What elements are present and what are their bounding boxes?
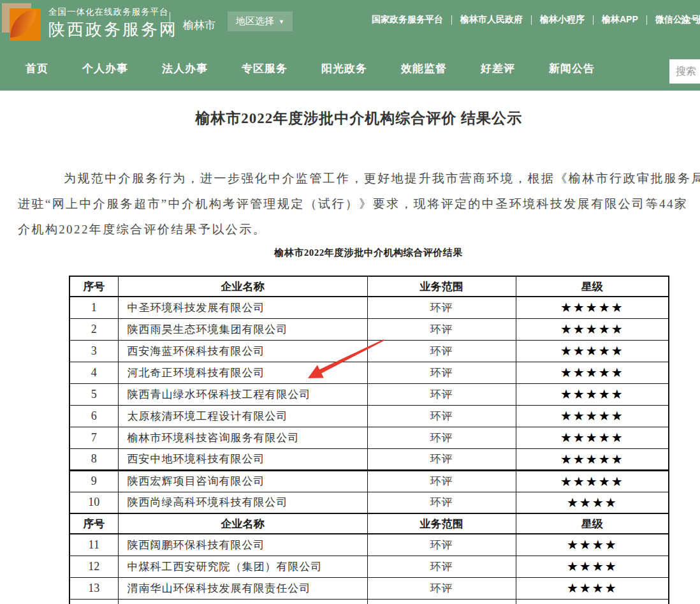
- cell-stars: ★★★★★: [516, 318, 669, 340]
- nav-item-4[interactable]: 阳光政务: [321, 61, 367, 76]
- cell-no: 6: [69, 405, 118, 427]
- cell-no: 9: [69, 470, 118, 492]
- cell-name: 中圣环境科技发展有限公司: [118, 297, 367, 318]
- site-title: 陕西政务服务网: [48, 18, 178, 41]
- evaluation-results-table: 序号企业名称业务范围星级1中圣环境科技发展有限公司环评★★★★★2陕西雨昊生态环…: [69, 276, 669, 604]
- cell-scope: [367, 599, 516, 604]
- cell-no: 2: [69, 318, 118, 340]
- table-row: 9陕西宏辉项目咨询有限公司环评★★★★★: [69, 470, 669, 492]
- region-selector-button[interactable]: 地区选择 ▼: [228, 11, 293, 31]
- announcement-paragraph: 为规范中介服务行为，进一步强化中介监管工作，更好地提升我市营商环境，根据《榆林市…: [18, 166, 700, 242]
- cell-scope: 环评: [367, 405, 516, 427]
- header-link-0[interactable]: 国家政务服务平台: [363, 14, 451, 26]
- cell-scope: 环评: [367, 470, 516, 492]
- header-link-3[interactable]: 榆林APP: [594, 14, 646, 26]
- region-selector-label: 地区选择: [236, 15, 274, 27]
- cell-name: 陕西尚绿高科环境科技有限公司: [118, 492, 367, 513]
- cell-stars: ★★★★★: [516, 470, 669, 492]
- column-header: 业务范围: [367, 513, 516, 534]
- cell-stars: ★★★★: [516, 556, 669, 577]
- nav-item-7[interactable]: 新闻公告: [549, 61, 595, 76]
- search-input[interactable]: [669, 59, 700, 84]
- site-header: 全国一体化在线政务服务平台 陕西政务服务网 榆林市 地区选择 ▼ 国家政务服务平…: [0, 0, 700, 91]
- cell-name: 西安海蓝环保科技有限公司: [118, 340, 367, 362]
- nav-item-1[interactable]: 个人办事: [82, 61, 128, 76]
- site-logo[interactable]: [2, 3, 41, 41]
- nav-item-0[interactable]: 首页: [26, 61, 48, 76]
- cell-no: [69, 599, 118, 604]
- cell-no: 12: [69, 556, 118, 577]
- table-row: 6太原核清环境工程设计有限公司环评★★★★★: [69, 405, 669, 427]
- nav-item-2[interactable]: 法人办事: [162, 61, 208, 76]
- header-link-1[interactable]: 榆林市人民政府: [452, 14, 531, 26]
- cell-stars: ★★★★: [516, 534, 669, 556]
- table-row: [69, 599, 669, 604]
- header-link-2[interactable]: 榆林小程序: [532, 14, 593, 26]
- cell-no: 1: [69, 297, 118, 318]
- cell-name: 太原核清环境工程设计有限公司: [118, 405, 367, 427]
- column-header: 星级: [516, 513, 669, 534]
- table-row: 8西安中地环境科技有限公司环评★★★★★: [69, 448, 669, 470]
- current-city-label: 榆林市: [183, 18, 215, 33]
- table-header-row: 序号企业名称业务范围星级: [69, 276, 669, 297]
- page-title: 榆林市2022年度涉批中介机构综合评价 结果公示: [0, 108, 700, 128]
- page: { "topbar": { "platform_label": "全国一体化在线…: [0, 0, 700, 604]
- cell-stars: ★★★★★: [516, 297, 669, 318]
- column-header: 序号: [69, 513, 118, 534]
- column-header: 企业名称: [118, 513, 367, 534]
- table-row: 2陕西雨昊生态环境集团有限公司环评★★★★★: [69, 318, 669, 340]
- cell-stars: ★★★★★: [516, 427, 669, 448]
- header-quick-links: 国家政务服务平台榆林市人民政府榆林小程序榆林APP微信公众号: [363, 14, 700, 26]
- nav-item-5[interactable]: 效能监督: [401, 61, 447, 76]
- cell-scope: 环评: [367, 492, 516, 513]
- cell-stars: ★★★★★: [516, 405, 669, 427]
- cell-scope: 环评: [367, 318, 516, 340]
- table-row: 4河北奇正环境科技有限公司环评★★★★★: [69, 362, 669, 383]
- results-tbody: 序号企业名称业务范围星级1中圣环境科技发展有限公司环评★★★★★2陕西雨昊生态环…: [69, 276, 669, 604]
- cell-no: 4: [69, 362, 118, 383]
- table-row: 11陕西阔鹏环保科技有限公司环评★★★★: [69, 534, 669, 556]
- cell-name: 中煤科工西安研究院（集团）有限公司: [118, 556, 367, 577]
- platform-label: 全国一体化在线政务服务平台: [48, 6, 169, 18]
- nav-item-6[interactable]: 好差评: [481, 61, 515, 76]
- cell-no: 11: [69, 534, 118, 556]
- table-row: 5陕西青山绿水环保科技工程有限公司环评★★★★★: [69, 383, 669, 405]
- table-caption: 榆林市2022年度涉批中介机构综合评价结果: [0, 247, 700, 259]
- cell-name: 陕西青山绿水环保科技工程有限公司: [118, 383, 367, 405]
- cell-no: 13: [69, 577, 118, 599]
- main-nav: 首页个人办事法人办事专区服务阳光政务效能监督好差评新闻公告: [26, 46, 595, 91]
- cell-no: 5: [69, 383, 118, 405]
- cell-scope: 环评: [367, 362, 516, 383]
- cell-scope: 环评: [367, 340, 516, 362]
- cell-name: 陕西阔鹏环保科技有限公司: [118, 534, 367, 556]
- nav-item-3[interactable]: 专区服务: [242, 61, 288, 76]
- cell-scope: 环评: [367, 427, 516, 448]
- cell-stars: ★★★★★: [516, 340, 669, 362]
- column-header: 业务范围: [367, 276, 516, 297]
- cell-stars: ★★★★: [516, 492, 669, 513]
- cell-name: 河北奇正环境科技有限公司: [118, 362, 367, 383]
- cell-stars: ★★★★: [516, 577, 669, 599]
- table-header-row: 序号企业名称业务范围星级: [69, 513, 669, 534]
- cell-scope: 环评: [367, 577, 516, 599]
- table-row: 12中煤科工西安研究院（集团）有限公司环评★★★★: [69, 556, 669, 577]
- cell-name: 西安中地环境科技有限公司: [118, 448, 367, 470]
- register-link[interactable]: 注册: [681, 14, 700, 26]
- cell-name: 陕西雨昊生态环境集团有限公司: [118, 318, 367, 340]
- chevron-down-icon: ▼: [279, 18, 284, 25]
- table-row: 10陕西尚绿高科环境科技有限公司环评★★★★: [69, 492, 669, 513]
- cell-stars: ★★★★★: [516, 448, 669, 470]
- column-header: 序号: [69, 276, 118, 297]
- announcement-document: 榆林市2022年度涉批中介机构综合评价 结果公示 为规范中介服务行为，进一步强化…: [0, 91, 700, 604]
- table-row: 13渭南华山环保科技发展有限责任公司环评★★★★: [69, 577, 669, 599]
- cell-scope: 环评: [367, 448, 516, 470]
- column-header: 企业名称: [118, 276, 367, 297]
- paragraph-line-3: 介机构2022年度综合评价结果予以公示。: [18, 217, 700, 242]
- cell-name: 渭南华山环保科技发展有限责任公司: [118, 577, 367, 599]
- cell-stars: ★★★★★: [516, 362, 669, 383]
- cell-name: 榆林市环境科技咨询服务有限公司: [118, 427, 367, 448]
- cell-name: 陕西宏辉项目咨询有限公司: [118, 470, 367, 492]
- cell-no: 3: [69, 340, 118, 362]
- cell-scope: 环评: [367, 556, 516, 577]
- cell-scope: 环评: [367, 534, 516, 556]
